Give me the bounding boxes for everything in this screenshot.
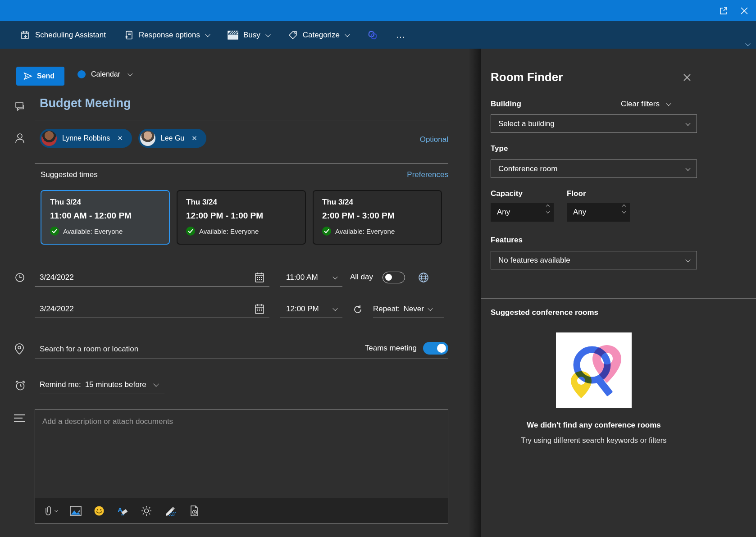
brightness-sun-icon[interactable]	[141, 505, 152, 517]
all-day-toggle[interactable]	[383, 272, 405, 283]
attendee-pill[interactable]: Lynne Robbins ✕	[40, 129, 132, 148]
calendar-selector-chevron-icon	[128, 71, 132, 76]
timezone-globe-icon[interactable]	[417, 271, 430, 284]
attach-file-icon[interactable]	[44, 505, 58, 516]
busy-chevron-icon	[265, 32, 270, 36]
suggested-time-card[interactable]: Thu 3/24 2:00 PM - 3:00 PM Available: Ev…	[313, 190, 442, 245]
all-day-label: All day	[350, 273, 373, 282]
optional-attendees-link[interactable]: Optional	[420, 135, 448, 144]
no-rooms-hint: Try using different search keywords or f…	[481, 436, 706, 445]
remove-attendee-icon[interactable]: ✕	[190, 133, 199, 143]
suggested-time-card[interactable]: Thu 3/24 12:00 PM - 1:00 PM Available: E…	[177, 190, 306, 245]
event-compose-form: Send Calendar Budget Meeting	[0, 49, 481, 537]
repeat-selector[interactable]: Repeat: Never	[373, 300, 444, 318]
clear-filters-label: Clear filters	[621, 100, 660, 109]
send-button[interactable]: Send	[16, 67, 64, 86]
floor-up-icon[interactable]	[622, 205, 626, 208]
scheduling-assistant-button[interactable]: Scheduling Assistant	[20, 30, 106, 40]
suggested-rooms-heading: Suggested conference rooms	[491, 308, 598, 317]
document-refresh-icon[interactable]	[189, 505, 200, 517]
floor-spinner[interactable]: Any	[567, 203, 630, 222]
location-placeholder: Search for a room or location	[40, 345, 138, 354]
type-dropdown[interactable]: Conference room	[491, 159, 697, 178]
start-date-field[interactable]: 3/24/2022	[35, 268, 269, 287]
suggested-times-heading: Suggested times	[41, 170, 98, 179]
slot-date: Thu 3/24	[50, 198, 160, 207]
building-dropdown-chevron-icon	[685, 120, 690, 125]
attendee-name: Lee Gu	[161, 134, 184, 142]
capacity-down-icon[interactable]	[546, 209, 550, 213]
floor-down-icon[interactable]	[622, 209, 626, 213]
room-finder-title: Room Finder	[491, 70, 563, 84]
formatting-options-icon[interactable]: A	[117, 505, 128, 516]
attendee-pill[interactable]: Lee Gu ✕	[138, 129, 206, 148]
description-editor[interactable]: Add a description or attach documents	[35, 409, 448, 524]
start-datetime-row: 3/24/2022 11:00 AM	[0, 268, 481, 289]
window-titlebar	[0, 0, 756, 21]
preferences-link[interactable]: Preferences	[407, 170, 448, 179]
categorize-button[interactable]: Categorize	[288, 30, 349, 40]
start-time-chevron-icon	[332, 274, 337, 279]
end-time-value: 12:00 PM	[286, 305, 319, 314]
building-dropdown[interactable]: Select a building	[491, 114, 697, 133]
recurrence-sync-icon[interactable]	[352, 304, 363, 315]
clear-filters-button[interactable]: Clear filters	[621, 100, 670, 109]
room-finder-close-icon[interactable]	[683, 73, 691, 82]
slot-time: 12:00 PM - 1:00 PM	[186, 211, 296, 221]
calendar-selector-label: Calendar	[91, 70, 120, 78]
start-date-calendar-icon[interactable]	[254, 272, 265, 283]
reminder-selector[interactable]: Remind me: 15 minutes before	[40, 376, 164, 393]
end-datetime-row: 3/24/2022 12:00 PM	[0, 300, 481, 321]
event-title[interactable]: Budget Meeting	[40, 96, 131, 110]
teams-meeting-toggle[interactable]	[423, 342, 448, 355]
end-time-field[interactable]: 12:00 PM	[280, 300, 342, 318]
room-finder-panel: Room Finder Building Clear filters Selec…	[481, 49, 756, 537]
attendee-list: Lynne Robbins ✕ Lee Gu ✕	[40, 129, 206, 148]
features-label: Features	[491, 236, 523, 245]
addin-button[interactable]	[367, 30, 378, 41]
categorize-label: Categorize	[303, 31, 340, 40]
close-window-icon[interactable]	[739, 5, 750, 16]
no-rooms-message: We didn't find any conference rooms	[481, 421, 706, 430]
end-date-field[interactable]: 3/24/2022	[35, 300, 269, 318]
ribbon-expand-chevron-icon[interactable]	[746, 40, 750, 48]
floor-label: Floor	[567, 189, 586, 198]
popout-icon[interactable]	[718, 5, 729, 16]
reminder-label: Remind me:	[40, 380, 81, 389]
end-date-calendar-icon[interactable]	[254, 303, 265, 315]
alarm-clock-icon	[14, 380, 26, 391]
start-time-field[interactable]: 11:00 AM	[280, 268, 342, 287]
remove-attendee-icon[interactable]: ✕	[115, 133, 125, 143]
categorize-tag-icon	[288, 30, 298, 40]
calendar-selector[interactable]: Calendar	[77, 70, 132, 78]
type-dropdown-chevron-icon	[685, 165, 690, 170]
repeat-chevron-icon	[428, 305, 433, 310]
toggle-knob	[385, 274, 392, 281]
features-dropdown[interactable]: No features available	[491, 251, 697, 269]
features-dropdown-value: No features available	[498, 256, 570, 265]
repeat-value: Never	[404, 305, 424, 314]
window-actions	[718, 0, 750, 21]
outlook-event-window: Scheduling Assistant Response options	[0, 0, 756, 537]
ribbon-toolbar: Scheduling Assistant Response options	[0, 21, 756, 49]
busy-status-icon	[228, 31, 238, 40]
response-options-button[interactable]: Response options	[124, 30, 209, 40]
more-commands-button[interactable]: …	[396, 30, 406, 40]
response-options-label: Response options	[139, 31, 200, 40]
capacity-spinner[interactable]: Any	[491, 203, 554, 222]
draw-pen-icon[interactable]	[164, 505, 177, 516]
attendees-divider	[35, 163, 448, 164]
title-divider	[35, 120, 448, 120]
slot-availability: Available: Everyone	[335, 228, 395, 235]
emoji-icon[interactable]	[94, 505, 105, 516]
show-as-busy-button[interactable]: Busy	[228, 31, 270, 40]
capacity-up-icon[interactable]	[546, 205, 550, 208]
suggested-time-card-selected[interactable]: Thu 3/24 11:00 AM - 12:00 PM Available: …	[41, 190, 170, 245]
slot-time: 11:00 AM - 12:00 PM	[50, 211, 160, 221]
capacity-value: Any	[497, 208, 510, 217]
insert-image-icon[interactable]	[70, 506, 82, 516]
attendee-avatar	[140, 131, 155, 146]
send-icon	[23, 72, 32, 81]
slot-availability: Available: Everyone	[63, 228, 123, 235]
panel-divider	[481, 298, 756, 299]
